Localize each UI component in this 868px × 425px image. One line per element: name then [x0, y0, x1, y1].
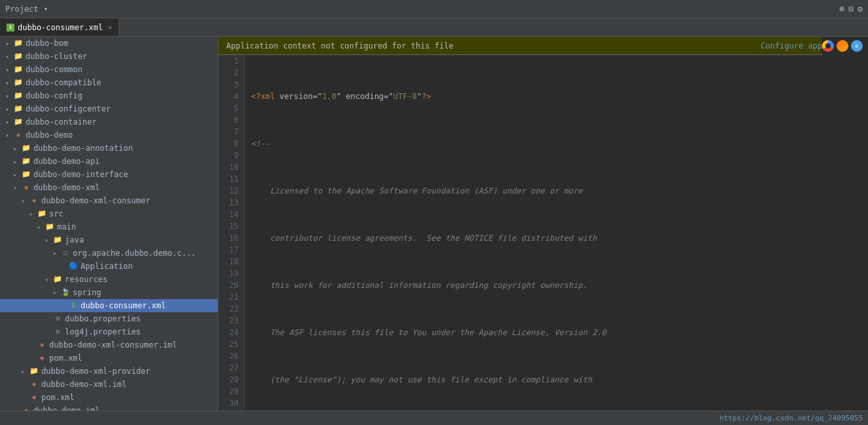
sidebar-item-main[interactable]: ▾ 📁 main — [0, 220, 218, 233]
folder-icon: 📁 — [52, 275, 63, 284]
no-arrow — [45, 329, 52, 336]
code-line-6: The ASF licenses this file to You under … — [251, 327, 868, 338]
sidebar-item-label: dubbo-demo-xml.iml — [41, 380, 127, 389]
line-num: 20 — [221, 279, 239, 291]
chrome-icon[interactable] — [822, 40, 834, 52]
settings-icon[interactable]: ⚙ — [858, 4, 863, 14]
line-num: 14 — [221, 209, 239, 220]
sidebar-item-dubbo-cluster[interactable]: ▾ 📁 dubbo-cluster — [0, 50, 218, 63]
sidebar-item-dubbo-demo-xml[interactable]: ▾ ◈ dubbo-demo-xml — [0, 181, 218, 194]
code-line-1: <?xml version="1.0" encoding="UTF-8"?> — [251, 91, 868, 102]
line-num: 27 — [221, 362, 239, 374]
sidebar-item-label: dubbo-demo-api — [33, 157, 100, 166]
collapse-arrow: ▾ — [5, 66, 13, 73]
folder-icon: 📁 — [13, 78, 24, 87]
sidebar-item-label: dubbo-bom — [26, 39, 68, 48]
iml-icon: ◈ — [29, 380, 39, 389]
pom-icon: ◈ — [29, 393, 39, 402]
bottom-link[interactable]: https://blog.csdn.net/qq_24095055 — [719, 414, 863, 422]
src-folder-icon: 📁 — [37, 209, 47, 218]
expand-arrow: ▾ — [45, 237, 52, 244]
notification-bar: Application context not configured for t… — [218, 37, 868, 55]
notification-message: Application context not configured for t… — [226, 41, 454, 51]
sidebar-item-label: log4j.properties — [65, 327, 141, 336]
main-layout: ▾ 📁 dubbo-bom ▾ 📁 dubbo-cluster ▾ 📁 dubb… — [0, 37, 868, 411]
iml-icon: ◈ — [21, 406, 31, 411]
sidebar-item-log4j-properties[interactable]: ⚙ log4j.properties — [0, 325, 218, 338]
sidebar-item-dubbo-configcenter[interactable]: ▾ 📁 dubbo-configcenter — [0, 102, 218, 115]
sidebar-item-src[interactable]: ▾ 📁 src — [0, 207, 218, 220]
line-num: 30 — [221, 397, 239, 409]
sidebar-item-label: dubbo-container — [26, 117, 96, 127]
line-num: 8 — [221, 138, 239, 150]
line-num: 25 — [221, 338, 239, 350]
code-content[interactable]: <?xml version="1.0" encoding="UTF-8"?> <… — [245, 55, 868, 411]
pom-icon: ◈ — [37, 354, 47, 363]
iml-icon: ◈ — [37, 340, 47, 350]
sidebar-item-dubbo-demo-api[interactable]: ▸ 📁 dubbo-demo-api — [0, 155, 218, 168]
code-line-5: this work for additional information reg… — [251, 279, 868, 291]
sidebar-item-package[interactable]: ▾ ◻ org.apache.dubbo.demo.c... — [0, 247, 218, 260]
java-folder-icon: 📁 — [52, 235, 63, 245]
sidebar-item-iml-consumer[interactable]: ◈ dubbo-demo-xml-consumer.iml — [0, 338, 218, 352]
code-line-3: Licensed to the Apache Software Foundati… — [251, 185, 868, 197]
sidebar-item-spring[interactable]: ▾ 🍃 spring — [0, 286, 218, 299]
no-arrow — [21, 381, 29, 388]
add-config-icon[interactable]: ⊕ — [840, 4, 845, 14]
firefox-icon[interactable] — [837, 40, 848, 52]
sidebar-item-iml-xml[interactable]: ◈ dubbo-demo-xml.iml — [0, 378, 218, 391]
sidebar-item-dubbo-bom[interactable]: ▾ 📁 dubbo-bom — [0, 37, 218, 50]
expand-arrow: ▸ — [13, 171, 21, 178]
no-arrow — [60, 263, 68, 270]
tab-close-button[interactable]: ✕ — [108, 24, 112, 31]
expand-arrow: ▾ — [52, 289, 60, 296]
sidebar-item-java[interactable]: ▾ 📁 java — [0, 233, 218, 247]
no-arrow — [21, 394, 29, 401]
line-numbers: 1 2▾ 3 4 5 6 7 8 9 10 11 12 13 14 15 16 … — [218, 55, 245, 411]
class-icon: 🔵 — [68, 262, 79, 271]
properties-icon: ⚙ — [52, 314, 63, 323]
sidebar-item-pom-xml[interactable]: ◈ pom.xml — [0, 391, 218, 404]
line-num: 15 — [221, 220, 239, 232]
tab-dubbo-consumer-xml[interactable]: X dubbo-consumer.xml ✕ — [0, 18, 119, 36]
sidebar-item-dubbo-compatible[interactable]: ▾ 📁 dubbo-compatible — [0, 76, 218, 89]
expand-arrow: ▾ — [52, 250, 60, 257]
code-line-2: <!-- — [251, 138, 868, 150]
expand-arrow: ▾ — [29, 211, 37, 218]
line-num: 26 — [221, 350, 239, 362]
sidebar-item-dubbo-consumer-xml[interactable]: X dubbo-consumer.xml — [0, 299, 218, 312]
collapse-arrow: ▾ — [5, 119, 13, 126]
edge-icon[interactable]: e — [851, 40, 863, 52]
browser-icons: e — [822, 37, 868, 55]
collapse-arrow: ▾ — [5, 53, 13, 60]
sidebar-item-dubbo-config[interactable]: ▾ 📁 dubbo-config — [0, 89, 218, 102]
sidebar-item-label: pom.xml — [49, 354, 83, 363]
sidebar-item-label: main — [57, 222, 76, 232]
code-line-7: (the "License"); you may not use this fi… — [251, 374, 868, 386]
sidebar-item-label: org.apache.dubbo.demo.c... — [73, 249, 196, 258]
sidebar-item-resources[interactable]: ▾ 📁 resources — [0, 273, 218, 286]
sidebar-item-dubbo-container[interactable]: ▾ 📁 dubbo-container — [0, 115, 218, 129]
sidebar-item-iml-demo[interactable]: ◈ dubbo-demo.iml — [0, 404, 218, 411]
line-num: 17 — [221, 244, 239, 256]
expand-arrow: ▾ — [21, 197, 29, 205]
layout-icon[interactable]: ⊟ — [848, 4, 854, 14]
sidebar-item-dubbo-common[interactable]: ▾ 📁 dubbo-common — [0, 63, 218, 76]
module-icon: ◈ — [13, 131, 24, 140]
sidebar-item-dubbo-demo-xml-consumer[interactable]: ▾ ◈ dubbo-demo-xml-consumer — [0, 194, 218, 207]
sidebar-item-dubbo-demo-xml-provider[interactable]: ▸ 📁 dubbo-demo-xml-provider — [0, 365, 218, 378]
line-num: 5 — [221, 102, 239, 114]
module-icon: ◈ — [21, 183, 31, 192]
sidebar-item-dubbo-demo-annotation[interactable]: ▸ 📁 dubbo-demo-annotation — [0, 142, 218, 155]
expand-arrow: ▸ — [13, 158, 21, 165]
sidebar-item-application-class[interactable]: 🔵 Application — [0, 260, 218, 273]
project-dropdown-arrow[interactable]: ▾ — [44, 5, 49, 13]
collapse-arrow: ▾ — [5, 92, 13, 100]
code-editor[interactable]: 1 2▾ 3 4 5 6 7 8 9 10 11 12 13 14 15 16 … — [218, 55, 868, 411]
line-num: 18▾ — [221, 256, 239, 268]
line-num: 23 — [221, 315, 239, 327]
sidebar-item-dubbo-demo[interactable]: ▾ ◈ dubbo-demo — [0, 129, 218, 142]
sidebar-item-pom-consumer[interactable]: ◈ pom.xml — [0, 352, 218, 365]
sidebar-item-dubbo-properties[interactable]: ⚙ dubbo.properties — [0, 312, 218, 325]
sidebar-item-dubbo-demo-interface[interactable]: ▸ 📁 dubbo-demo-interface — [0, 168, 218, 181]
